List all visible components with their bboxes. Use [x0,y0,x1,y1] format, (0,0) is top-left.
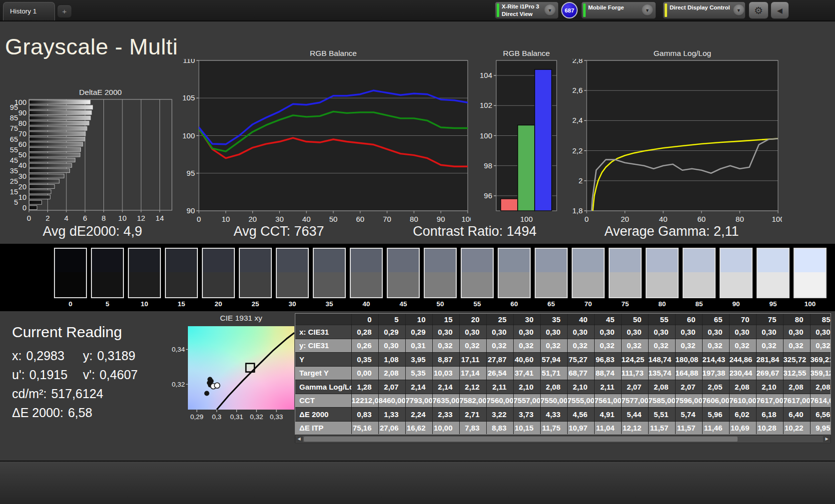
meter-dropdown[interactable]: X-Rite i1Pro 3Direct View ▼ [495,1,559,19]
session-count-badge: 687 [561,2,578,18]
table-scrollbar[interactable]: ◀ ▶ [295,435,831,443]
swatch-level-label: 45 [387,300,420,308]
table-cell: 2,08 [783,380,810,394]
table-cell: 124,25 [621,353,648,367]
table-cell: 7550,00 [540,394,567,408]
display-control-label: Direct Display Control [670,2,730,11]
gear-icon[interactable]: ⚙ [749,1,769,19]
table-col-header: 40 [567,314,594,325]
svg-text:75: 75 [10,124,18,132]
table-cell: 11,75 [540,421,567,435]
gray-swatch-90: 90 [720,248,753,308]
table-cell: 180,08 [675,353,702,367]
svg-text:10: 10 [18,193,26,201]
current-reading-row: cd/m²:517,6124 [12,387,177,401]
collapse-panel-icon[interactable]: ◀ [771,1,789,19]
table-cell: 0,30 [459,325,486,339]
table-cell: 0,30 [594,325,621,339]
swatch-level-label: 80 [646,300,679,308]
svg-text:0,3: 0,3 [212,413,221,421]
table-cell: 0,32 [702,339,729,353]
table-cell: 57,94 [540,353,567,367]
table-cell: 6,02 [729,408,756,422]
swatch-level-label: 60 [498,300,531,308]
stat-average-gamma: Average Gamma: 2,11 [604,224,739,239]
table-cell: 7577,00 [621,394,648,408]
table-cell: 96,83 [594,353,621,367]
svg-text:5: 5 [14,198,18,206]
source-dropdown[interactable]: Mobile Forge ▼ [581,1,656,19]
reading-value: 6,58 [68,406,92,420]
reading-label: u': [12,368,25,382]
line-plot: 1,822,22,42,62,8020406080100 [564,59,782,224]
table-cell: 0,30 [540,325,567,339]
svg-text:80: 80 [410,215,418,223]
chevron-down-icon[interactable]: ▼ [733,4,745,16]
table-cell: 0,32 [729,339,756,353]
gray-swatch-0: 0 [54,248,87,308]
svg-text:20: 20 [18,183,26,191]
table-scrollbar-thumb[interactable] [304,437,738,442]
table-cell: 9,95 [810,421,831,435]
swatch-level-label: 35 [313,300,346,308]
scroll-right-icon[interactable]: ▶ [823,436,831,442]
table-row-label: y: CIE31 [295,339,351,353]
rgb-bars-plot: 9698100102104100 [476,59,560,224]
table-cell: 0,30 [486,325,513,339]
gray-swatch-25: 25 [239,248,272,308]
table-cell: 2,11 [594,380,621,394]
table-cell: 0,30 [648,325,675,339]
reading-label: cd/m²: [12,387,46,401]
svg-text:20: 20 [621,215,629,223]
stat-avg-de2000: Avg dE2000: 4,9 [42,224,142,239]
svg-text:100: 100 [182,131,195,140]
table-col-header: 70 [729,314,756,325]
scroll-left-icon[interactable]: ◀ [295,436,303,442]
table-cell: 7561,00 [594,394,621,408]
svg-text:10: 10 [221,215,230,223]
svg-text:0: 0 [22,204,26,212]
table-cell: 0,28 [351,325,378,339]
table-cell: 10,69 [729,421,756,435]
swatch-level-label: 75 [609,300,642,308]
tab-history-1[interactable]: History 1 [3,2,55,20]
gray-swatch-10: 10 [128,248,161,308]
gamma-chart-title: Gamma Log/Log [587,49,778,59]
swatch-level-label: 40 [350,300,383,308]
table-cell: 1,28 [351,380,378,394]
table-cell: 164,88 [675,366,702,380]
table-cell: 75,27 [567,353,594,367]
table-row-label: ΔE ITP [295,421,351,435]
table-cell: 0,31 [405,339,432,353]
table-cell: 37,41 [513,366,540,380]
svg-text:70: 70 [18,130,26,138]
current-reading-row: ΔE 2000:6,58 [12,406,177,420]
table-row: ΔE 20000,831,332,242,332,713,223,734,334… [295,408,831,422]
svg-text:0,32: 0,32 [172,381,185,388]
table-cell: 0,32 [459,339,486,353]
table-cell: 2,24 [405,408,432,422]
add-tab-button[interactable]: + [57,4,72,18]
svg-text:100: 100 [461,215,471,223]
table-cell: 0,32 [540,339,567,353]
table-cell: 0,29 [405,325,432,339]
table-cell: 2,10 [756,380,783,394]
table-cell: 8,83 [486,421,513,435]
table-cell: 7635,00 [432,394,459,408]
table-cell: 11,46 [702,421,729,435]
gray-swatch-55: 55 [461,248,494,308]
svg-text:50: 50 [18,151,26,159]
table-cell: 2,10 [567,380,594,394]
table-cell: 7617,00 [783,394,810,408]
chevron-down-icon[interactable]: ▼ [544,4,556,16]
svg-text:60: 60 [356,215,364,223]
swatch-level-label: 85 [683,300,716,308]
cie-chart-title: CIE 1931 xy [188,314,294,324]
svg-text:110: 110 [183,59,195,64]
chevron-down-icon[interactable]: ▼ [642,4,653,16]
display-control-dropdown[interactable]: Direct Display Control ▼ [663,1,746,19]
svg-text:0: 0 [27,214,31,222]
swatch-level-label: 100 [794,300,827,308]
svg-text:80: 80 [18,119,26,127]
reading-value: 0,3189 [97,349,135,363]
